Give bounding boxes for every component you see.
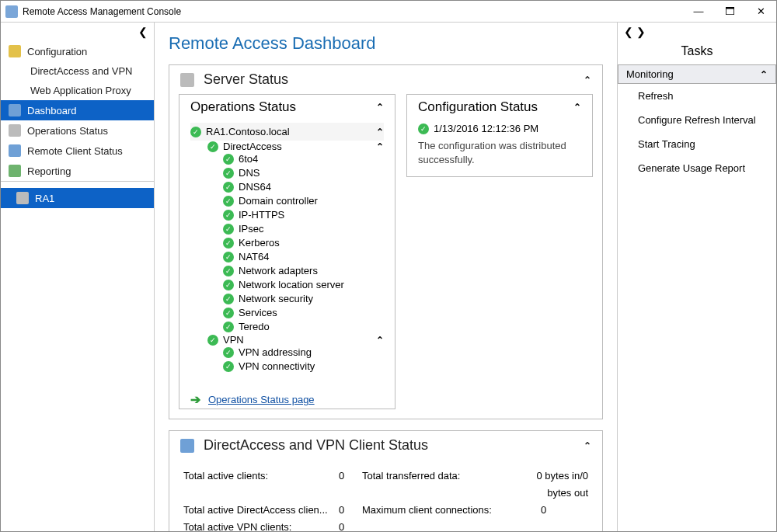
window-buttons: — 🗖 ✕ bbox=[683, 1, 776, 23]
nav-web-application-proxy[interactable]: Web Application Proxy bbox=[1, 81, 154, 100]
ops-root-label: RA1.Contoso.local bbox=[206, 126, 290, 137]
nav-remote-client-status[interactable]: Remote Client Status bbox=[1, 141, 154, 161]
section-label: Monitoring bbox=[626, 68, 674, 80]
tasks-section-monitoring[interactable]: Monitoring ⌃ bbox=[618, 64, 776, 84]
check-icon: ✓ bbox=[223, 294, 234, 304]
client-status-body: Total active clients: 0 Total transferre… bbox=[169, 460, 602, 531]
server-icon bbox=[16, 192, 29, 204]
service-item[interactable]: ✓IP-HTTPS bbox=[190, 208, 384, 222]
chevron-up-icon[interactable]: ⌃ bbox=[376, 127, 384, 137]
chevron-up-icon[interactable]: ⌃ bbox=[376, 335, 384, 346]
task-item[interactable]: Generate Usage Report bbox=[618, 156, 776, 180]
service-item[interactable]: ✓NAT64 bbox=[190, 250, 384, 264]
nav-label: DirectAccess and VPN bbox=[30, 65, 133, 77]
operations-status-body: ✓ RA1.Contoso.local ⌃ ✓ DirectAccess ⌃ ✓… bbox=[179, 120, 395, 383]
stat-label: Total active clients: bbox=[183, 468, 339, 502]
monitor-icon bbox=[9, 144, 21, 157]
app-icon bbox=[5, 5, 18, 18]
configuration-status-title: Configuration Status bbox=[418, 99, 538, 115]
check-icon: ✓ bbox=[223, 168, 234, 179]
arrow-right-icon: ➔ bbox=[190, 392, 200, 407]
service-item[interactable]: ✓Kerberos bbox=[190, 236, 384, 250]
stat-label: Maximum client connections: bbox=[362, 502, 510, 519]
ops-group-directaccess[interactable]: ✓ DirectAccess ⌃ bbox=[190, 141, 384, 152]
client-status-panel: DirectAccess and VPN Client Status ⌃ Tot… bbox=[169, 430, 603, 531]
nav-configuration[interactable]: Configuration bbox=[1, 41, 154, 61]
service-item[interactable]: ✓IPsec bbox=[190, 222, 384, 236]
service-item[interactable]: ✓DNS64 bbox=[190, 180, 384, 194]
service-label: 6to4 bbox=[239, 152, 258, 166]
service-label: NAT64 bbox=[239, 250, 270, 264]
chevron-up-icon[interactable]: ⌃ bbox=[573, 102, 581, 113]
service-item[interactable]: ✓Services bbox=[190, 306, 384, 320]
operations-status-link[interactable]: Operations Status page bbox=[208, 394, 315, 405]
subpanels-row: Operations Status ⌃ ✓ RA1.Contoso.local … bbox=[169, 94, 602, 419]
check-icon: ✓ bbox=[418, 123, 429, 134]
service-item[interactable]: ✓Network adapters bbox=[190, 264, 384, 278]
server-status-header[interactable]: Server Status ⌃ bbox=[169, 65, 602, 94]
check-icon: ✓ bbox=[223, 308, 234, 318]
group-label: VPN bbox=[223, 334, 244, 346]
service-label: Network location server bbox=[239, 278, 344, 292]
tasks-title: Tasks bbox=[618, 41, 776, 64]
minimize-button[interactable]: — bbox=[683, 1, 714, 23]
nav-reporting[interactable]: Reporting bbox=[1, 161, 154, 181]
nav-operations-status[interactable]: Operations Status bbox=[1, 120, 154, 141]
gear-icon bbox=[9, 45, 21, 57]
check-icon: ✓ bbox=[223, 224, 234, 235]
service-item[interactable]: ✓Network location server bbox=[190, 278, 384, 292]
service-item[interactable]: ✓VPN addressing bbox=[190, 346, 384, 360]
service-label: DNS bbox=[239, 166, 260, 180]
service-item[interactable]: ✓Domain controller bbox=[190, 194, 384, 208]
chevron-up-icon[interactable]: ⌃ bbox=[584, 440, 591, 451]
nav-directaccess-vpn[interactable]: DirectAccess and VPN bbox=[1, 61, 154, 81]
client-row: Total active clients: 0 Total transferre… bbox=[183, 468, 588, 502]
configuration-status-header[interactable]: Configuration Status ⌃ bbox=[407, 95, 592, 120]
close-button[interactable]: ✕ bbox=[745, 1, 776, 23]
configuration-status-body: ✓ 1/13/2016 12:12:36 PM The configuratio… bbox=[407, 120, 592, 176]
check-icon: ✓ bbox=[190, 127, 201, 137]
client-row: Total active VPN clients: 0 bbox=[183, 519, 588, 531]
chevron-up-icon[interactable]: ⌃ bbox=[376, 102, 384, 113]
page-title: Remote Access Dashboard bbox=[169, 33, 603, 54]
service-label: Domain controller bbox=[239, 194, 318, 208]
stat-value: 0 bbox=[339, 468, 362, 502]
titlebar: Remote Access Management Console — 🗖 ✕ bbox=[1, 1, 776, 23]
service-label: IP-HTTPS bbox=[239, 208, 284, 222]
config-timestamp: 1/13/2016 12:12:36 PM bbox=[434, 123, 538, 134]
collapse-right-button[interactable]: ❮ ❯ bbox=[618, 23, 776, 41]
chevron-up-icon[interactable]: ⌃ bbox=[376, 141, 384, 152]
service-label: VPN addressing bbox=[239, 346, 312, 360]
task-item[interactable]: Configure Refresh Interval bbox=[618, 108, 776, 132]
app-window: Remote Access Management Console — 🗖 ✕ ❮… bbox=[0, 0, 777, 532]
task-item[interactable]: Start Tracing bbox=[618, 132, 776, 156]
nav-label: Remote Client Status bbox=[27, 145, 123, 157]
service-item[interactable]: ✓6to4 bbox=[190, 152, 384, 166]
service-item[interactable]: ✓VPN connectivity bbox=[190, 360, 384, 374]
chevron-up-icon[interactable]: ⌃ bbox=[584, 75, 591, 85]
ops-server-root[interactable]: ✓ RA1.Contoso.local ⌃ bbox=[190, 123, 384, 141]
service-item[interactable]: ✓Teredo bbox=[190, 320, 384, 334]
check-icon: ✓ bbox=[223, 182, 234, 193]
nav-dashboard[interactable]: Dashboard bbox=[1, 100, 154, 120]
collapse-left-button[interactable]: ❮ bbox=[1, 23, 154, 41]
service-label: Services bbox=[239, 306, 277, 320]
operations-status-header[interactable]: Operations Status ⌃ bbox=[179, 95, 395, 120]
server-item-ra1[interactable]: RA1 bbox=[1, 188, 154, 208]
maximize-button[interactable]: 🗖 bbox=[714, 1, 745, 23]
service-item[interactable]: ✓DNS bbox=[190, 166, 384, 180]
service-label: Teredo bbox=[239, 320, 270, 334]
service-label: DNS64 bbox=[239, 180, 271, 194]
task-item[interactable]: Refresh bbox=[618, 84, 776, 108]
stat-value: 0 bbox=[510, 502, 588, 519]
client-status-header[interactable]: DirectAccess and VPN Client Status ⌃ bbox=[169, 431, 602, 460]
check-icon: ✓ bbox=[223, 347, 234, 358]
server-status-title: Server Status bbox=[204, 71, 288, 88]
service-item[interactable]: ✓Network security bbox=[190, 292, 384, 306]
stat-value: 0 bbox=[339, 502, 362, 519]
ops-group-vpn[interactable]: ✓ VPN ⌃ bbox=[190, 334, 384, 346]
stat-label: Total active VPN clients: bbox=[183, 519, 339, 531]
chevron-up-icon[interactable]: ⌃ bbox=[760, 69, 768, 80]
nav-label: Reporting bbox=[27, 165, 71, 177]
report-icon bbox=[9, 165, 21, 177]
